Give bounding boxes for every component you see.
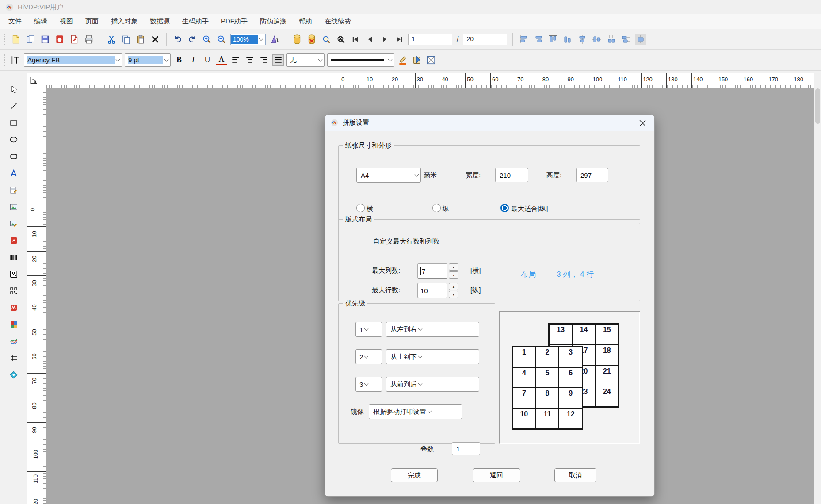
grid-tool[interactable] — [9, 353, 19, 363]
delete-icon[interactable] — [149, 34, 161, 45]
rectangle-tool[interactable] — [9, 118, 19, 128]
mirror-combobox[interactable]: 根据驱动打印设置 — [369, 404, 462, 419]
horizontal-ruler[interactable]: 0102030405060708090100110120130140150160… — [46, 73, 814, 88]
close-icon[interactable] — [634, 116, 651, 130]
bold-button[interactable]: B — [173, 54, 185, 66]
zoom-in-icon[interactable] — [201, 34, 213, 45]
font-color-button[interactable]: A — [216, 55, 227, 65]
seal-tool[interactable] — [9, 302, 19, 313]
vertical-ruler[interactable]: 0102030405060708090100110120 — [27, 88, 46, 504]
align-center-vertical-icon[interactable] — [591, 34, 603, 45]
pdf-import-icon[interactable] — [54, 34, 65, 45]
stroke-style-combobox[interactable]: 无 — [286, 53, 325, 67]
open-document-icon[interactable] — [25, 34, 36, 45]
menu-item[interactable]: 帮助 — [293, 14, 318, 29]
data-preview-icon[interactable] — [321, 34, 332, 45]
scrollbar-thumb[interactable] — [815, 88, 820, 124]
paste-icon[interactable] — [135, 34, 146, 45]
paper-size-combobox[interactable]: A4 — [356, 168, 421, 183]
menu-item[interactable]: 在线续费 — [318, 14, 357, 29]
text-tool[interactable] — [9, 168, 19, 178]
priority-order-combobox[interactable]: 3 — [355, 377, 382, 392]
menu-item[interactable]: 防伪追溯 — [254, 14, 293, 29]
italic-button[interactable]: I — [187, 54, 199, 66]
back-button[interactable]: 返回 — [473, 468, 520, 482]
max-rows-input[interactable]: 10 — [417, 283, 447, 298]
finish-button[interactable]: 完成 — [391, 468, 438, 482]
pdf-object-tool[interactable] — [9, 235, 19, 245]
priority-direction-combobox[interactable]: 从前到后 — [386, 377, 479, 392]
image-edit-tool[interactable] — [9, 218, 19, 229]
menu-item[interactable]: 文件 — [2, 14, 28, 29]
font-size-combobox[interactable]: 9 pt — [125, 53, 171, 67]
menu-item[interactable]: 插入对象 — [105, 14, 144, 29]
cut-icon[interactable] — [106, 34, 117, 45]
menu-item[interactable]: 生码助手 — [176, 14, 215, 29]
max-columns-stepper[interactable]: ▲▼ — [449, 263, 458, 279]
qrcode-tool[interactable] — [9, 286, 19, 296]
priority-direction-combobox[interactable]: 从左到右 — [386, 322, 479, 337]
toolbar-handle[interactable] — [4, 54, 5, 66]
width-input[interactable]: 210 — [495, 168, 528, 182]
priority-order-combobox[interactable]: 1 — [355, 322, 382, 337]
select-pointer-tool[interactable] — [9, 84, 19, 94]
align-bottom-icon[interactable] — [562, 34, 573, 45]
text-direction-icon[interactable] — [10, 54, 21, 66]
menu-item[interactable]: 编辑 — [28, 14, 53, 29]
data-source-icon[interactable] — [291, 34, 303, 45]
toolbar-handle[interactable] — [4, 34, 5, 45]
line-color-icon[interactable] — [397, 54, 409, 66]
ellipse-tool[interactable] — [9, 134, 19, 145]
stack-count-input[interactable]: 1 — [452, 442, 480, 455]
orientation-maxfit-radio[interactable] — [500, 204, 509, 212]
current-page-input[interactable]: 1 — [408, 34, 452, 45]
print-icon[interactable] — [83, 34, 95, 45]
height-input[interactable]: 297 — [576, 168, 608, 182]
vertical-scrollbar[interactable] — [814, 73, 821, 504]
pdf-export-icon[interactable] — [69, 34, 80, 45]
priority-direction-combobox[interactable]: 从上到下 — [386, 349, 479, 364]
nav-first-icon[interactable] — [350, 34, 361, 45]
datamatrix-tool[interactable] — [9, 269, 19, 279]
font-family-combobox[interactable]: Agency FB — [24, 53, 122, 67]
ruler-origin-box[interactable] — [27, 73, 46, 88]
underline-button[interactable]: U — [202, 54, 213, 66]
no-fill-icon[interactable] — [425, 54, 437, 66]
align-right-icon[interactable] — [533, 34, 544, 45]
line-tool[interactable] — [9, 101, 19, 111]
menu-item[interactable]: 视图 — [53, 14, 79, 29]
rich-text-tool[interactable] — [9, 185, 19, 195]
distribute-vertical-icon[interactable] — [620, 34, 632, 45]
new-document-icon[interactable] — [10, 34, 22, 45]
image-tool[interactable] — [9, 202, 19, 212]
save-icon[interactable] — [39, 34, 51, 45]
align-text-justify-icon[interactable] — [272, 54, 284, 66]
align-text-left-icon[interactable] — [230, 54, 241, 66]
menu-item[interactable]: 数据源 — [144, 14, 176, 29]
zoom-out-icon[interactable] — [216, 34, 227, 45]
nav-last-icon[interactable] — [393, 34, 405, 45]
max-columns-input[interactable]: 7 — [417, 263, 447, 279]
curve-tool[interactable] — [9, 336, 19, 346]
orientation-landscape-radio[interactable] — [356, 204, 365, 212]
undo-icon[interactable] — [172, 34, 183, 45]
rounded-rectangle-tool[interactable] — [9, 151, 19, 161]
distribute-horizontal-icon[interactable] — [606, 34, 617, 45]
align-center-horizontal-icon[interactable] — [577, 34, 588, 45]
data-source-remove-icon[interactable] — [306, 34, 317, 45]
line-width-combobox[interactable] — [327, 53, 394, 67]
orientation-portrait-radio[interactable] — [432, 204, 441, 212]
cancel-button[interactable]: 取消 — [554, 468, 596, 482]
max-rows-stepper[interactable]: ▲▼ — [449, 283, 458, 298]
align-text-right-icon[interactable] — [258, 54, 270, 66]
fill-color-icon[interactable] — [411, 54, 423, 66]
data-preview-off-icon[interactable] — [335, 34, 347, 45]
menu-item[interactable]: PDF助手 — [215, 14, 254, 29]
priority-order-combobox[interactable]: 2 — [355, 349, 382, 364]
menu-item[interactable]: 页面 — [79, 14, 105, 29]
rotate-icon[interactable] — [269, 34, 280, 45]
color-qrcode-tool[interactable] — [9, 319, 19, 329]
barcode-tool[interactable] — [9, 252, 19, 262]
align-left-icon[interactable] — [518, 34, 530, 45]
total-pages-input[interactable]: 20 — [463, 34, 507, 45]
